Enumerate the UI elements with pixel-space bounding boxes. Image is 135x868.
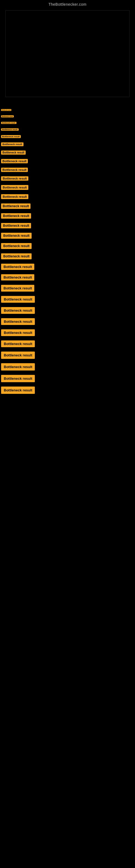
result-row: Bottleneck result: [1, 231, 135, 240]
bottleneck-result-label: Bottleneck result: [1, 194, 28, 199]
bottleneck-result-label: Bottleneck result: [1, 274, 34, 280]
site-title: TheBottlenecker.com: [0, 0, 135, 8]
result-row: Bottleneck result: [1, 175, 135, 182]
result-row: Bottleneck result: [1, 317, 135, 326]
result-row: Bottleneck result: [1, 295, 135, 304]
result-row: Bottleneck result: [1, 362, 135, 372]
result-row: Bottleneck result: [1, 350, 135, 360]
bottleneck-result-label: Bottleneck result: [1, 185, 28, 190]
bottleneck-result-label: Bottleneck result: [1, 233, 32, 239]
bottleneck-result-label: Bottleneck result: [1, 318, 35, 325]
bottleneck-result-label: Bottleneck result: [1, 128, 18, 131]
result-row: Bottleneck result: [1, 242, 135, 250]
bottleneck-result-label: Bottleneck result: [1, 167, 28, 172]
result-row: Bottleneck result: [1, 262, 135, 271]
result-row: Bottleneck result: [1, 203, 135, 210]
result-row: Bottleneck result: [1, 284, 135, 293]
result-row: Bottleneck result: [1, 385, 135, 395]
bottleneck-result-label: Bottleneck result: [1, 213, 31, 219]
result-row: Bottleneck result: [1, 108, 135, 112]
result-row: Bottleneck result: [1, 374, 135, 383]
result-row: Bottleneck result: [1, 166, 135, 173]
bottleneck-result-label: Bottleneck result: [1, 109, 11, 111]
bottleneck-result-label: Bottleneck result: [1, 115, 14, 118]
result-row: Bottleneck result: [1, 127, 135, 132]
bottleneck-result-label: Bottleneck result: [1, 296, 35, 303]
result-row: Bottleneck result: [1, 252, 135, 260]
result-row: Bottleneck result: [1, 114, 135, 119]
bottleneck-result-label: Bottleneck result: [1, 363, 35, 371]
bottleneck-result-label: Bottleneck result: [1, 351, 35, 359]
result-row: Bottleneck result: [1, 222, 135, 229]
bottleneck-result-label: Bottleneck result: [1, 223, 31, 228]
result-row: Bottleneck result: [1, 193, 135, 200]
bottleneck-result-label: Bottleneck result: [1, 243, 32, 249]
bottleneck-result-label: Bottleneck result: [1, 122, 16, 124]
result-row: Bottleneck result: [1, 121, 135, 125]
bottleneck-result-label: Bottleneck result: [1, 307, 35, 314]
bottleneck-result-label: Bottleneck result: [1, 285, 34, 291]
bottleneck-result-label: Bottleneck result: [1, 340, 35, 347]
result-row: Bottleneck result: [1, 184, 135, 191]
result-row: Bottleneck result: [1, 328, 135, 337]
bottleneck-result-label: Bottleneck result: [1, 159, 28, 163]
result-row: Bottleneck result: [1, 158, 135, 164]
bottleneck-result-label: Bottleneck result: [1, 135, 21, 138]
result-row: Bottleneck result: [1, 273, 135, 282]
bottleneck-result-label: Bottleneck result: [1, 143, 24, 146]
result-row: Bottleneck result: [1, 141, 135, 147]
result-row: Bottleneck result: [1, 150, 135, 156]
result-row: Bottleneck result: [1, 212, 135, 220]
bottleneck-result-label: Bottleneck result: [1, 264, 34, 270]
bottleneck-result-label: Bottleneck result: [1, 375, 35, 382]
result-row: Bottleneck result: [1, 306, 135, 315]
bottleneck-result-label: Bottleneck result: [1, 204, 31, 209]
result-row: Bottleneck result: [1, 339, 135, 348]
chart-area: [5, 10, 130, 97]
result-row: Bottleneck result: [1, 134, 135, 139]
bottleneck-result-label: Bottleneck result: [1, 329, 35, 336]
bottleneck-result-label: Bottleneck result: [1, 176, 28, 181]
bottleneck-result-label: Bottleneck result: [1, 151, 26, 155]
bottleneck-result-label: Bottleneck result: [1, 253, 32, 259]
bottleneck-result-label: Bottleneck result: [1, 386, 35, 394]
